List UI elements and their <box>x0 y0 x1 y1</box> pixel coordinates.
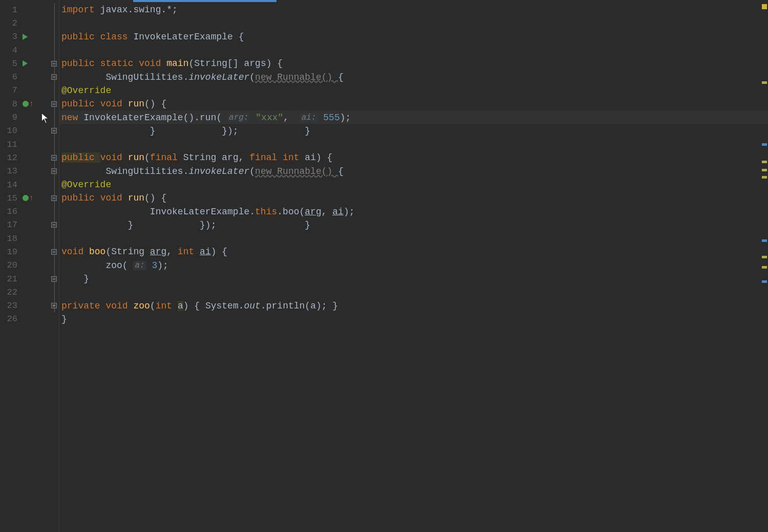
line-number[interactable]: 6 <box>0 72 17 82</box>
fold-toggle-icon[interactable] <box>51 101 57 107</box>
override-up-icon[interactable]: ↑ <box>29 194 34 203</box>
override-up-icon[interactable]: ↑ <box>29 100 34 108</box>
fold-toggle-icon[interactable] <box>51 61 57 66</box>
line-number[interactable]: 14 <box>0 180 17 190</box>
stripe-mark[interactable] <box>762 176 767 179</box>
line-number[interactable]: 22 <box>0 287 17 297</box>
line-number[interactable]: 7 <box>0 85 17 95</box>
code-line <box>59 43 768 57</box>
code-text-area[interactable]: import javax.swing.*; public class Invok… <box>59 0 768 532</box>
inspection-bulb-icon[interactable] <box>23 195 29 201</box>
line-number[interactable]: 16 <box>0 207 17 216</box>
line-number[interactable]: 4 <box>0 46 17 55</box>
fold-toggle-icon[interactable] <box>51 195 57 201</box>
mouse-cursor-icon <box>41 113 50 126</box>
code-line: public void run(final String arg, final … <box>59 151 768 164</box>
line-number[interactable]: 2 <box>0 18 17 28</box>
code-line: import javax.swing.*; <box>59 3 768 16</box>
line-number[interactable]: 3 <box>0 32 17 41</box>
code-line: zoo( a: 3); <box>59 259 768 272</box>
fold-toggle-icon[interactable] <box>51 155 57 161</box>
stripe-mark[interactable] <box>762 161 767 163</box>
run-icon[interactable] <box>23 34 28 40</box>
fold-column[interactable] <box>49 0 59 532</box>
code-line: } <box>59 272 768 285</box>
fold-toggle-icon[interactable] <box>51 168 57 174</box>
line-number[interactable]: 12 <box>0 153 17 163</box>
line-number[interactable]: 20 <box>0 260 17 270</box>
code-line <box>59 232 768 245</box>
fold-toggle-icon[interactable] <box>51 222 57 228</box>
fold-toggle-icon[interactable] <box>51 276 57 282</box>
code-line: void boo(String arg, int ai) { <box>59 245 768 258</box>
code-line <box>59 285 768 299</box>
code-line: SwingUtilities.invokeLater(new Runnable(… <box>59 70 768 83</box>
stripe-mark[interactable] <box>762 239 767 242</box>
code-editor[interactable]: 1 2 3 4 5 6 7 8↑ 9 10 11 12 13 14 15↑ 16… <box>0 0 768 532</box>
run-icon[interactable] <box>23 60 28 66</box>
code-line: @Override <box>59 84 768 97</box>
line-number[interactable]: 23 <box>0 301 17 311</box>
stripe-mark[interactable] <box>762 266 767 269</box>
line-number[interactable]: 17 <box>0 220 17 230</box>
line-number[interactable]: 19 <box>0 247 17 257</box>
code-line: public static void main(String[] args) { <box>59 57 768 70</box>
code-line: private void zoo(int a) { System.out.pri… <box>59 299 768 313</box>
gutter[interactable]: 1 2 3 4 5 6 7 8↑ 9 10 11 12 13 14 15↑ 16… <box>0 0 49 532</box>
line-number[interactable]: 9 <box>0 113 17 122</box>
line-number[interactable]: 15 <box>0 193 17 203</box>
line-number[interactable]: 10 <box>0 126 17 136</box>
code-line: public class InvokeLaterExample { <box>59 30 768 43</box>
line-number[interactable]: 21 <box>0 274 17 284</box>
code-line: SwingUtilities.invokeLater(new Runnable(… <box>59 165 768 178</box>
code-line: InvokeLaterExample.this.boo(arg, ai); <box>59 205 768 218</box>
code-line: public void run() { <box>59 191 768 205</box>
error-stripe[interactable] <box>761 0 768 532</box>
stripe-mark[interactable] <box>762 169 767 171</box>
code-line: } <box>59 313 768 326</box>
line-number[interactable]: 8 <box>0 99 17 109</box>
code-line: } }); } <box>59 124 768 138</box>
stripe-mark[interactable] <box>762 81 767 84</box>
fold-expand-icon[interactable] <box>51 303 57 308</box>
line-number[interactable]: 5 <box>0 59 17 69</box>
fold-toggle-icon[interactable] <box>51 74 57 80</box>
line-number[interactable]: 13 <box>0 166 17 176</box>
code-line: public void run() { <box>59 97 768 110</box>
code-line-current: new InvokeLaterExample().run( arg: "xxx"… <box>59 110 768 124</box>
stripe-mark[interactable] <box>762 280 767 283</box>
code-line <box>59 16 768 30</box>
line-number[interactable]: 26 <box>0 314 17 324</box>
stripe-mark[interactable] <box>762 256 767 258</box>
line-number[interactable]: 1 <box>0 5 17 15</box>
line-number[interactable]: 18 <box>0 234 17 243</box>
fold-toggle-icon[interactable] <box>51 128 57 134</box>
code-line: @Override <box>59 178 768 191</box>
inspection-bulb-icon[interactable] <box>23 101 29 107</box>
stripe-mark[interactable] <box>762 143 767 146</box>
code-line: } }); } <box>59 218 768 232</box>
code-line <box>59 138 768 151</box>
line-number[interactable]: 11 <box>0 140 17 149</box>
fold-toggle-icon[interactable] <box>51 249 57 255</box>
